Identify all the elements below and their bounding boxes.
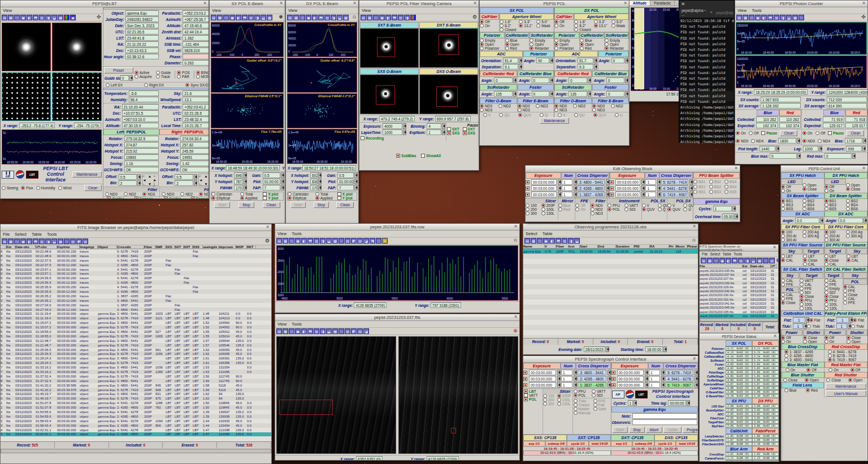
close-icon[interactable]: ✕ bbox=[772, 245, 776, 250]
radio-on[interactable]: On bbox=[781, 340, 791, 344]
field-value-note[interactable] bbox=[632, 413, 698, 419]
spinner[interactable] bbox=[318, 172, 322, 178]
radio-2-4265-4800[interactable]: 2: 4265 - 4800 bbox=[784, 354, 813, 358]
radio-empty[interactable]: Empty bbox=[824, 287, 840, 290]
field-value-lapsetime[interactable]: 1000 bbox=[383, 129, 402, 135]
radio-nd3[interactable]: ND3 bbox=[199, 192, 209, 196]
table-row[interactable]: pepsir.20231203.037.fitsrow03/12/202302 bbox=[700, 314, 778, 318]
display-icon[interactable]: ▣ bbox=[70, 15, 76, 20]
toolbar-icon[interactable]: ◫ bbox=[300, 15, 305, 20]
header-cell-sxt[interactable]: SXT bbox=[175, 245, 184, 249]
toolbar-icon[interactable]: ◨ bbox=[320, 238, 326, 244]
check-x-plot[interactable]: X plot bbox=[337, 192, 353, 196]
radio-cal[interactable]: CAL bbox=[847, 258, 859, 262]
cross-disperser-value[interactable]: 5: 6278 - 7419 bbox=[661, 179, 688, 185]
titlebar[interactable]: Edit Observing Block✕ bbox=[526, 166, 740, 172]
radio-nd0[interactable]: ND0 bbox=[802, 139, 815, 143]
radio-seeing[interactable]: Seeing bbox=[2, 186, 18, 190]
exposure-value[interactable]: 00:03:00.000 bbox=[617, 382, 644, 388]
clean-button[interactable]: Clean bbox=[84, 185, 102, 191]
field-value-focus[interactable]: 19893 bbox=[124, 154, 159, 160]
radio-vatt[interactable]: VATT bbox=[800, 279, 814, 283]
header-cell-snr[interactable]: SNR bbox=[155, 245, 166, 249]
close-icon[interactable]: ✕ bbox=[862, 1, 866, 6]
radio-left-sx[interactable]: Left SX bbox=[106, 83, 123, 87]
radio-on[interactable]: On bbox=[824, 340, 835, 344]
table-row[interactable]: 3fits03/12/202301:11:19.400:03:00.000obj… bbox=[1, 316, 271, 320]
header-cell-name[interactable]: Name bbox=[523, 245, 545, 248]
radio-5-0[interactable]: 5.0" bbox=[611, 20, 626, 24]
table-row[interactable]: 8fits03/12/202300:21:48.900:00:01.000tra… bbox=[1, 254, 271, 258]
radio-4-5441-6278[interactable]: 4: 5441 - 6278 bbox=[828, 350, 857, 354]
toolbar-icon[interactable]: ◨ bbox=[780, 15, 785, 20]
spinner[interactable] bbox=[645, 376, 648, 381]
checkbox-icon[interactable] bbox=[526, 180, 530, 184]
radio-mono[interactable]: MONO bbox=[196, 75, 209, 79]
toolbar-icon[interactable]: ⬒ bbox=[242, 15, 248, 20]
flux-history-plot[interactable]: 525118:55:0019:00:0019:05:0019:10:0019:1… bbox=[2, 129, 102, 164]
num-value[interactable]: 1 bbox=[562, 192, 572, 197]
radio-red[interactable]: Red bbox=[505, 46, 517, 50]
exposure-value[interactable]: 00:03:00.000 bbox=[531, 185, 557, 191]
table-row[interactable]: 8fits03/12/202301:37:32.400:03:00.000obj… bbox=[1, 379, 271, 383]
radio-manual[interactable]: Manual bbox=[574, 411, 591, 415]
radio-300-al[interactable]: 300 Al bbox=[824, 238, 843, 242]
marker-icon[interactable]: ⊕ bbox=[513, 328, 518, 334]
field-value-ssb-time[interactable]: -131.464 bbox=[183, 41, 209, 47]
header-cell-ext[interactable]: Ext bbox=[743, 264, 750, 268]
exposure-value[interactable]: 00:03:00.000 bbox=[529, 370, 556, 375]
terminal-titlebar[interactable]: ⊞ bbox=[679, 1, 734, 7]
menu-table[interactable]: Table bbox=[542, 231, 553, 236]
radio-cal[interactable]: CAL bbox=[843, 297, 856, 301]
radio-v[interactable]: V bbox=[667, 203, 680, 207]
num-value[interactable]: 1 bbox=[649, 382, 660, 388]
radio-applied[interactable]: Applied bbox=[240, 196, 258, 200]
field-value-gcs-wfs[interactable]: OK bbox=[180, 167, 209, 172]
radio-3-3[interactable]: 3.3" bbox=[594, 20, 609, 24]
radio-1-6[interactable]: 1.6" bbox=[500, 20, 516, 24]
spinner[interactable] bbox=[625, 58, 628, 63]
radio-130l[interactable]: 130L bbox=[541, 211, 555, 215]
radio-fpe[interactable]: FPE bbox=[781, 297, 793, 301]
radio-acquire[interactable]: Acquire bbox=[134, 75, 152, 79]
field-value-zenith-dist[interactable]: 42:44:19.4 bbox=[183, 29, 209, 34]
radio-nd2[interactable]: ND2 bbox=[536, 104, 551, 108]
field-value-airmass[interactable]: 1.362 bbox=[183, 35, 209, 41]
toolbar-icon[interactable]: ▣ bbox=[295, 238, 301, 244]
table-row[interactable]: 2fits03/12/202300:27:34.600:00:00.200tra… bbox=[1, 303, 271, 307]
toolbar-icon[interactable]: ▧ bbox=[769, 258, 775, 263]
table-row[interactable]: pepsib.20231203.035.fitscol03/12/202301 bbox=[700, 268, 778, 272]
radio-pos[interactable]: POS bbox=[177, 71, 190, 75]
toolbar-icon[interactable]: ▢ bbox=[376, 238, 381, 244]
table-row[interactable]: 6fits03/12/202300:21:48.900:00:00.150tra… bbox=[1, 249, 271, 254]
spinner[interactable] bbox=[689, 179, 693, 185]
field-value-ra[interactable]: 21:10:20.44 bbox=[122, 104, 159, 110]
toolbar-icon[interactable]: □ bbox=[763, 258, 769, 263]
toolbar-icon[interactable]: ◩ bbox=[351, 238, 357, 244]
menu-tools[interactable]: Tools bbox=[734, 252, 742, 256]
stop-button[interactable]: Stop bbox=[629, 427, 644, 433]
check-guider[interactable]: Guider bbox=[107, 197, 124, 199]
field-value[interactable]: 1 bbox=[836, 323, 847, 329]
radio-bs6[interactable]: BS6 bbox=[802, 207, 821, 211]
spinner[interactable] bbox=[574, 382, 577, 388]
radio-nd2[interactable]: ND2 bbox=[124, 192, 136, 196]
header-cell-wop[interactable]: WOP bbox=[236, 245, 247, 249]
checkbox-icon[interactable] bbox=[523, 371, 527, 375]
radio-cal[interactable]: CAL bbox=[781, 258, 793, 262]
header-cell-file[interactable]: File bbox=[700, 264, 743, 268]
radio-on[interactable]: On bbox=[785, 368, 796, 372]
radio-off[interactable]: Off bbox=[781, 185, 791, 189]
toolbar-icon[interactable]: ◨ bbox=[320, 328, 326, 334]
toolbar-icon[interactable]: ◩ bbox=[351, 328, 357, 334]
close-icon[interactable]: ✕ bbox=[266, 224, 270, 229]
spinner[interactable] bbox=[354, 172, 358, 178]
radio-flux[interactable]: Flux bbox=[21, 186, 33, 190]
field-value-utc[interactable]: 02:21:26.5 bbox=[183, 110, 209, 116]
header-cell-object[interactable]: Object bbox=[98, 245, 117, 249]
radio-on[interactable]: On bbox=[480, 24, 490, 28]
radio-right-dx[interactable]: Right DX bbox=[144, 83, 164, 87]
radio-lbt[interactable]: LBT bbox=[803, 254, 815, 258]
field-value[interactable]: 18:48:59 18:49:30 (0:00:00:30) bbox=[226, 165, 280, 171]
check-y-plot[interactable]: Y plot bbox=[263, 196, 278, 200]
